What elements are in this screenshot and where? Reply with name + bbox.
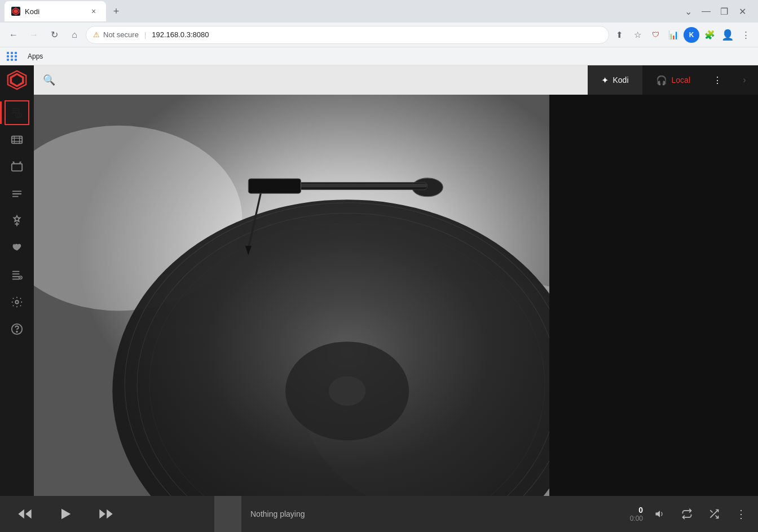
- svg-rect-12: [12, 136, 22, 144]
- svg-marker-48: [99, 509, 105, 518]
- apps-grid-icon: [7, 52, 17, 61]
- progress-bar[interactable]: [214, 496, 241, 532]
- window-chevron[interactable]: ⌄: [681, 5, 695, 18]
- svg-rect-21: [12, 271, 20, 272]
- share-button[interactable]: ⬆: [611, 27, 627, 43]
- kodi-sidebar: [0, 95, 34, 496]
- kodi-player-bar: Nothing playing 0 0:00: [0, 496, 758, 532]
- svg-line-53: [710, 510, 712, 512]
- forward-nav-button[interactable]: ›: [731, 65, 758, 95]
- back-button[interactable]: ←: [5, 26, 23, 44]
- bookmark-button[interactable]: ☆: [629, 27, 645, 43]
- tab-favicon: [11, 7, 20, 16]
- window-close[interactable]: ✕: [735, 5, 749, 18]
- more-options-button[interactable]: ⋮: [704, 65, 731, 95]
- address-bar[interactable]: ⚠ Not secure | 192.168.0.3:8080: [86, 26, 609, 44]
- nothing-playing-label: Nothing playing: [250, 509, 305, 518]
- svg-point-29: [16, 331, 17, 333]
- kodi-tab-icon: ✦: [601, 75, 609, 86]
- sidebar-item-music[interactable]: [0, 99, 34, 126]
- kodi-tab-kodi[interactable]: ✦ Kodi: [588, 65, 642, 95]
- k-extension-icon[interactable]: K: [684, 27, 699, 43]
- tab-title: Kodi: [25, 7, 83, 16]
- player-more-button[interactable]: ⋮: [731, 504, 751, 524]
- address-separator: |: [144, 30, 146, 39]
- svg-rect-20: [12, 196, 19, 197]
- shuffle-button[interactable]: [704, 504, 724, 524]
- search-icon: 🔍: [43, 74, 55, 86]
- security-warning-icon: ⚠: [93, 30, 100, 39]
- player-info: Nothing playing: [241, 509, 630, 518]
- local-tab-label: Local: [672, 76, 690, 85]
- extensions-button[interactable]: 🧩: [702, 27, 717, 43]
- kodi-tab-local[interactable]: 🎧 Local: [642, 65, 704, 95]
- active-tab[interactable]: Kodi ×: [5, 1, 106, 21]
- home-button[interactable]: ⌂: [65, 26, 83, 44]
- kodi-header: 🔍 ✦ Kodi 🎧 Local ⋮ ›: [0, 65, 758, 95]
- svg-rect-39: [298, 184, 428, 188]
- svg-marker-47: [61, 509, 70, 520]
- repeat-button[interactable]: [677, 504, 697, 524]
- apps-bookmark[interactable]: Apps: [24, 51, 46, 61]
- window-restore[interactable]: ❐: [717, 5, 731, 18]
- sidebar-item-queue[interactable]: [0, 261, 34, 289]
- svg-rect-19: [12, 193, 22, 194]
- sidebar-item-addons[interactable]: [0, 207, 34, 234]
- nav-bar: ← → ↻ ⌂ ⚠ Not secure | 192.168.0.3:8080 …: [0, 23, 758, 47]
- svg-point-44: [329, 376, 366, 406]
- kodi-search-bar[interactable]: 🔍: [34, 65, 588, 95]
- tab-bar: Kodi × + ⌄ — ❐ ✕: [0, 0, 758, 23]
- kodi-right-panel: [549, 95, 758, 496]
- svg-marker-50: [656, 511, 660, 517]
- time-sub: 0:00: [630, 515, 643, 522]
- kodi-main: [0, 95, 758, 496]
- volume-button[interactable]: [650, 504, 670, 524]
- svg-rect-18: [12, 191, 22, 192]
- svg-rect-24: [12, 278, 20, 280]
- ublock-icon[interactable]: 🛡: [647, 27, 663, 43]
- time-display: 0 0:00: [630, 506, 643, 522]
- profile-avatar[interactable]: 👤: [720, 27, 735, 43]
- window-minimize[interactable]: —: [699, 5, 713, 18]
- stats-icon[interactable]: 📊: [666, 27, 681, 43]
- kodi-tab-label: Kodi: [613, 76, 629, 85]
- fast-forward-button[interactable]: [86, 496, 126, 532]
- kodi-content: [34, 95, 549, 496]
- browser-chrome: Kodi × + ⌄ — ❐ ✕ ← → ↻ ⌂ ⚠ Not secure | …: [0, 0, 758, 65]
- reload-button[interactable]: ↻: [45, 26, 63, 44]
- rewind-button[interactable]: [5, 496, 45, 532]
- address-text: 192.168.0.3:8080: [152, 30, 209, 39]
- kodi-logo[interactable]: [0, 65, 34, 95]
- svg-marker-49: [107, 509, 113, 518]
- sidebar-item-help[interactable]: [0, 316, 34, 343]
- new-tab-button[interactable]: +: [108, 3, 124, 19]
- svg-rect-7: [12, 110, 20, 111]
- sidebar-item-tv[interactable]: [0, 153, 34, 180]
- svg-rect-9: [19, 108, 20, 113]
- local-tab-icon: 🎧: [656, 75, 667, 86]
- sidebar-item-favorites[interactable]: [0, 234, 34, 261]
- svg-point-26: [20, 277, 21, 278]
- time-number: 0: [630, 506, 643, 515]
- svg-rect-22: [12, 273, 20, 274]
- svg-marker-46: [25, 509, 31, 518]
- sidebar-item-movies[interactable]: [0, 126, 34, 153]
- svg-point-27: [15, 300, 19, 304]
- play-button[interactable]: [45, 496, 86, 532]
- tab-close-button[interactable]: ×: [88, 6, 99, 17]
- sidebar-item-playlist[interactable]: [0, 180, 34, 207]
- bookmarks-bar: Apps: [0, 47, 758, 65]
- kodi-app: 🔍 ✦ Kodi 🎧 Local ⋮ ›: [0, 65, 758, 532]
- sidebar-item-settings[interactable]: [0, 289, 34, 316]
- svg-rect-6: [12, 108, 20, 109]
- svg-rect-17: [12, 164, 22, 171]
- svg-marker-45: [18, 509, 24, 518]
- menu-button[interactable]: ⋮: [738, 27, 753, 43]
- svg-rect-23: [12, 276, 20, 277]
- forward-button[interactable]: →: [25, 26, 43, 44]
- not-secure-label: Not secure: [103, 30, 139, 39]
- svg-rect-40: [248, 179, 301, 193]
